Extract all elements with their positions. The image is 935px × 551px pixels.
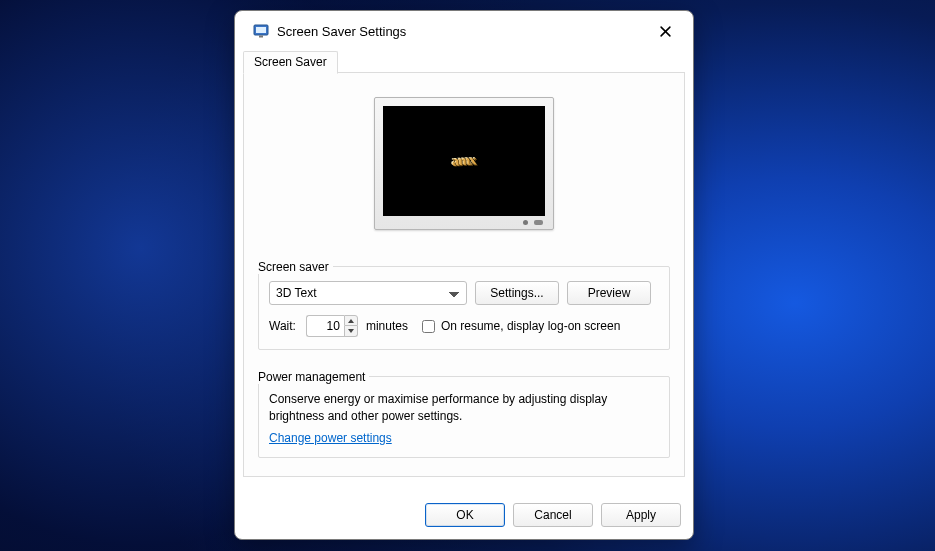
cancel-button[interactable]: Cancel xyxy=(513,503,593,527)
onresume-label: On resume, display log-on screen xyxy=(441,319,620,333)
window-title: Screen Saver Settings xyxy=(277,24,406,39)
change-power-settings-link[interactable]: Change power settings xyxy=(269,431,392,445)
power-management-box: Conserve energy or maximise performance … xyxy=(258,376,670,458)
monitor-led-icon xyxy=(523,220,528,225)
monitor-screen: amx xyxy=(383,106,545,216)
monitor-power-icon xyxy=(534,220,543,225)
screensaver-3d-text: amx xyxy=(452,152,477,169)
screensaver-settings-dialog: Screen Saver Settings Screen Saver amx xyxy=(234,10,694,540)
monitor-preview-area: amx xyxy=(258,85,670,248)
wait-spinner xyxy=(306,315,358,337)
svg-rect-2 xyxy=(259,36,263,38)
screensaver-group-legend: Screen saver xyxy=(258,260,333,274)
settings-button[interactable]: Settings... xyxy=(475,281,559,305)
onresume-checkbox[interactable] xyxy=(422,320,435,333)
tab-strip: Screen Saver xyxy=(243,51,685,73)
close-button[interactable] xyxy=(649,19,681,43)
power-management-text: Conserve energy or maximise performance … xyxy=(269,391,659,425)
screensaver-group: Screen saver 3D Text Settings... Preview… xyxy=(258,252,670,350)
wait-spin-up[interactable] xyxy=(344,315,358,326)
tab-screen-saver[interactable]: Screen Saver xyxy=(243,51,338,74)
ok-button[interactable]: OK xyxy=(425,503,505,527)
preview-button[interactable]: Preview xyxy=(567,281,651,305)
wait-spin-down[interactable] xyxy=(344,326,358,337)
screensaver-icon xyxy=(253,23,269,39)
dialog-footer: OK Cancel Apply xyxy=(235,493,693,539)
onresume-checkbox-wrap[interactable]: On resume, display log-on screen xyxy=(422,319,620,333)
power-management-legend: Power management xyxy=(258,370,369,384)
power-management-group: Power management Conserve energy or maxi… xyxy=(258,362,670,458)
minutes-label: minutes xyxy=(366,319,408,333)
tab-area: Screen Saver amx Scr xyxy=(243,51,685,477)
screensaver-group-box: 3D Text Settings... Preview Wait: xyxy=(258,266,670,350)
apply-button[interactable]: Apply xyxy=(601,503,681,527)
title-bar: Screen Saver Settings xyxy=(235,11,693,51)
monitor-foot xyxy=(383,216,545,225)
screensaver-select[interactable]: 3D Text xyxy=(269,281,467,305)
wait-label: Wait: xyxy=(269,319,296,333)
desktop-wallpaper: Screen Saver Settings Screen Saver amx xyxy=(0,0,935,551)
wait-minutes-input[interactable] xyxy=(306,315,344,337)
svg-rect-1 xyxy=(256,27,266,33)
tab-label: Screen Saver xyxy=(254,55,327,69)
tab-body: amx Screen saver 3D Text xyxy=(243,73,685,477)
monitor-frame: amx xyxy=(374,97,554,230)
